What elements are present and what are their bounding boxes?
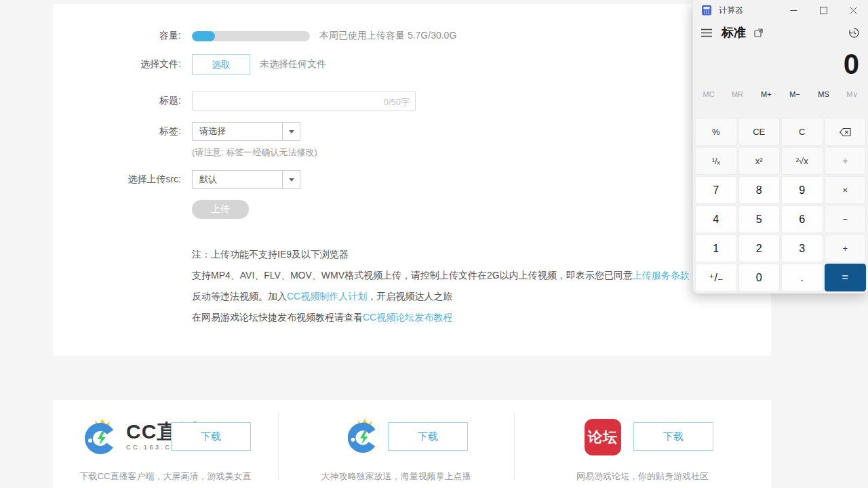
upload-form-card: 容量: 本周已使用上传容量 5.7G/30.0G 选择文件: 选取 未选择任何文… [53, 3, 771, 356]
calculator-keypad: % CE C ¹/ₓ x² ²√x ÷ 7 8 9 × 4 5 6 − 1 2 … [695, 118, 866, 291]
tag-select[interactable]: 请选择 [192, 122, 300, 141]
cc-app-icon [81, 416, 121, 455]
file-label: 选择文件: [53, 58, 192, 70]
divider [514, 412, 515, 480]
backspace-key[interactable] [825, 118, 867, 146]
six-key[interactable]: 6 [781, 205, 823, 233]
note-line-3: 反动等违法视频。加入CC视频制作人计划，开启视频达人之旅 [192, 291, 756, 312]
src-select-arrow-button[interactable] [282, 171, 300, 188]
note-line-4: 在网易游戏论坛快捷发布视频教程请查看CC视频论坛发布教程 [192, 312, 756, 333]
src-select-value: 默认 [193, 174, 282, 186]
clear-key[interactable]: C [781, 118, 823, 146]
capacity-usage-text: 本周已使用上传容量 5.7G/30.0G [319, 30, 456, 42]
minimize-button[interactable] [778, 0, 808, 20]
tag-select-arrow-button[interactable] [282, 123, 300, 140]
memory-row: MC MR M+ M− MS M∨ [693, 85, 868, 103]
reciprocal-key[interactable]: ¹/ₓ [695, 147, 737, 175]
memory-flyout-button[interactable]: M∨ [838, 85, 867, 103]
no-file-text: 未选择任何文件 [260, 58, 326, 70]
file-row: 选择文件: 选取 未选择任何文件 [53, 54, 771, 75]
download-forum-button[interactable]: 下载 [633, 422, 713, 451]
creator-plan-link[interactable]: CC视频制作人计划 [287, 291, 367, 302]
decimal-key[interactable]: . [781, 264, 823, 291]
upload-submit-button[interactable]: 上传 [192, 200, 249, 219]
forum-caption: 网易游戏论坛，你的贴身游戏社区 [514, 470, 771, 483]
nine-key[interactable]: 9 [781, 176, 823, 204]
tag-note: (请注意: 标签一经确认无法修改) [192, 146, 317, 159]
four-key[interactable]: 4 [695, 205, 737, 233]
download-cc-video-button[interactable]: 下载 [388, 422, 468, 451]
divider [278, 412, 279, 480]
forum-app-icon: 论坛 [585, 419, 621, 455]
capacity-progress-bar [192, 31, 310, 41]
eight-key[interactable]: 8 [738, 176, 781, 204]
square-key[interactable]: x² [738, 147, 781, 175]
calculator-mode-row: 标准 [693, 20, 868, 45]
three-key[interactable]: 3 [781, 235, 823, 262]
capacity-progress-fill [192, 31, 215, 41]
add-key[interactable]: + [825, 235, 867, 262]
memory-recall-button[interactable]: MR [723, 85, 751, 103]
calculator-app-icon [701, 5, 712, 16]
note-line-1: 注：上传功能不支持IE9及以下浏览器 [192, 249, 756, 270]
forum-tutorial-link[interactable]: CC视频论坛发布教程 [363, 312, 452, 323]
one-key[interactable]: 1 [695, 235, 737, 262]
note-line-2: 支持MP4、AVI、FLV、MOV、WMV格式视频上传，请控制上传文件在2G以内… [192, 270, 756, 291]
capacity-label: 容量: [53, 30, 192, 42]
multiply-key[interactable]: × [825, 176, 867, 204]
calculator-window-title: 计算器 [719, 5, 743, 16]
file-pick-button[interactable]: 选取 [192, 54, 250, 75]
two-key[interactable]: 2 [738, 235, 781, 262]
chevron-down-icon [289, 130, 294, 134]
seven-key[interactable]: 7 [695, 176, 737, 204]
square-root-key[interactable]: ²√x [781, 147, 823, 175]
upload-notes: 注：上传功能不支持IE9及以下浏览器 支持MP4、AVI、FLV、MOV、WMV… [192, 249, 756, 333]
zero-key[interactable]: 0 [738, 264, 781, 291]
divide-key[interactable]: ÷ [825, 147, 867, 175]
src-label: 选择上传src: [53, 174, 192, 186]
tag-label: 标签: [53, 125, 192, 138]
window-controls [778, 0, 868, 20]
subtract-key[interactable]: − [825, 205, 867, 233]
title-input[interactable] [193, 92, 415, 110]
cc-live-caption: 下载CC直播客户端，大屏高清，游戏美女直 [53, 470, 278, 483]
negate-key[interactable]: ⁺/₋ [695, 264, 737, 291]
tag-row: 标签: 请选择 [53, 121, 771, 142]
title-char-counter: 0/50字 [384, 96, 410, 108]
download-cc-live-button[interactable]: 下载 [171, 422, 251, 451]
mode-label: 标准 [722, 24, 746, 41]
memory-store-button[interactable]: MS [809, 85, 837, 103]
hamburger-menu-icon[interactable] [701, 28, 712, 37]
cc-video-app-icon [344, 416, 382, 454]
calculator-window: 计算器 标准 0 MC MR M+ M− MS M∨ % CE C ¹/ₓ x²… [693, 0, 868, 293]
terms-link[interactable]: 上传服务条款 [633, 270, 690, 281]
percent-key[interactable]: % [695, 118, 737, 146]
memory-clear-button[interactable]: MC [694, 85, 723, 103]
clear-entry-key[interactable]: CE [738, 118, 781, 146]
memory-subtract-button[interactable]: M− [781, 85, 809, 103]
maximize-button[interactable] [808, 0, 838, 20]
src-row: 选择上传src: 默认 [53, 169, 771, 190]
tag-select-value: 请选择 [193, 125, 282, 138]
capacity-row: 容量: 本周已使用上传容量 5.7G/30.0G [53, 28, 771, 44]
downloads-card: CC直播 CC.163.COM 下载 下载CC直播客户端，大屏高清，游戏美女直 … [53, 400, 771, 488]
backspace-icon [840, 128, 851, 136]
equals-key[interactable]: = [825, 264, 867, 291]
keep-on-top-icon[interactable] [754, 28, 763, 37]
title-label: 标题: [53, 95, 192, 107]
five-key[interactable]: 5 [738, 205, 781, 233]
src-select[interactable]: 默认 [192, 170, 300, 189]
history-icon[interactable] [848, 27, 860, 39]
calculator-titlebar[interactable]: 计算器 [693, 0, 868, 20]
memory-add-button[interactable]: M+ [752, 85, 781, 103]
close-button[interactable] [838, 0, 868, 20]
title-input-wrap: 0/50字 [192, 92, 416, 110]
title-row: 标题: 0/50字 [53, 91, 771, 111]
calculator-display: 0 [693, 45, 868, 84]
cc-video-caption: 大神攻略独家放送，海量视频掌上点播 [278, 470, 514, 483]
chevron-down-icon [289, 178, 294, 182]
